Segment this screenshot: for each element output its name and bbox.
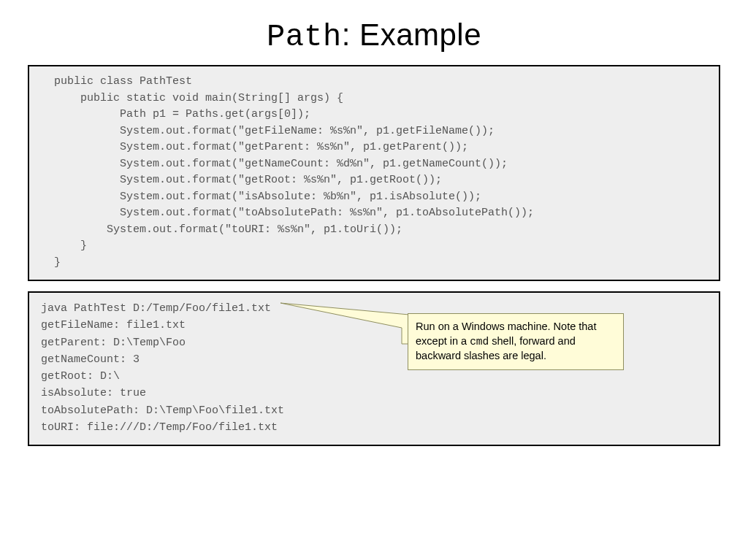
callout-text-mono: cmd — [470, 336, 489, 348]
callout-box: Run on a Windows machine. Note that exce… — [408, 313, 624, 370]
output-wrap: java PathTest D:/Temp/Foo/file1.txt getF… — [28, 291, 720, 446]
slide: Path: Example public class PathTest publ… — [0, 18, 748, 560]
code-content: public class PathTest public static void… — [41, 74, 707, 271]
code-block: public class PathTest public static void… — [28, 65, 720, 281]
title-rest: : Example — [342, 18, 481, 52]
slide-title: Path: Example — [0, 18, 748, 55]
title-mono: Path — [267, 20, 342, 55]
